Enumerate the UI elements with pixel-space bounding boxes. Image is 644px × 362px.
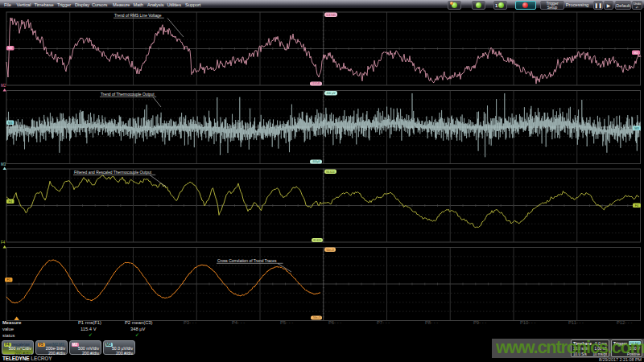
- svg-text:Filtered and Rescaled Thermoco: Filtered and Rescaled Thermocouple Outpu…: [74, 171, 152, 175]
- svg-text:400 µV: 400 µV: [327, 92, 336, 95]
- svg-text:50e+3: 50e+3: [326, 249, 334, 252]
- svg-text:Trend of Thermocouple Output: Trend of Thermocouple Output: [101, 93, 155, 97]
- svg-text:113.945: 113.945: [326, 14, 336, 17]
- svg-text:F4: F4: [8, 200, 12, 204]
- svg-text:81.624: 81.624: [313, 239, 321, 242]
- svg-text:M3: M3: [1, 162, 6, 167]
- svg-text:M2: M2: [1, 84, 6, 88]
- svg-text:-50e+3: -50e+3: [312, 316, 320, 319]
- svg-text:M3: M3: [634, 126, 639, 130]
- svg-text:F4: F4: [1, 241, 6, 245]
- svg-text:-600µV: -600µV: [312, 160, 320, 163]
- svg-text:M3: M3: [8, 121, 13, 125]
- svg-text:M2: M2: [634, 51, 638, 55]
- svg-text:Cross Correlation of Trend Tra: Cross Correlation of Trend Traces: [217, 259, 277, 263]
- svg-text:F4: F4: [635, 204, 639, 208]
- svg-text:F5: F5: [6, 278, 10, 282]
- svg-text:M2: M2: [8, 46, 13, 50]
- svg-text:84.624: 84.624: [326, 171, 334, 174]
- svg-text:Trend of RMS Line Voltage: Trend of RMS Line Voltage: [114, 14, 162, 18]
- svg-text:113.545: 113.545: [312, 82, 321, 85]
